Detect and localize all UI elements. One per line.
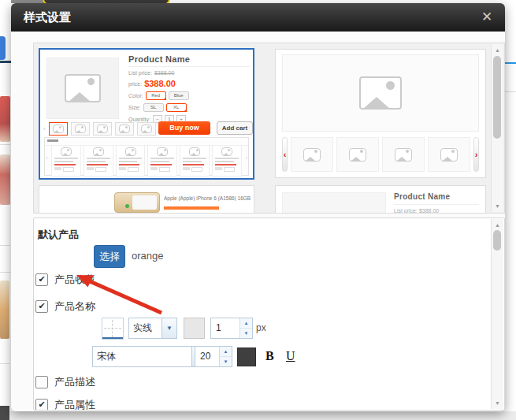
related-product-card[interactable] — [147, 145, 177, 177]
gallery-main-image-placeholder — [282, 54, 479, 132]
default-product-label: 默认产品 — [38, 228, 79, 242]
border-width-stepper[interactable]: 1 ▲ ▼ — [210, 318, 253, 339]
color-option-blue[interactable]: Blue — [169, 91, 189, 100]
px-unit-label: px — [256, 318, 266, 338]
related-qty-row — [54, 167, 78, 172]
gallery-thumbnail[interactable] — [336, 137, 379, 172]
list-price-label: List price: — [128, 70, 152, 76]
list-price-value: $388.00 — [154, 70, 174, 76]
gallery-thumbnail[interactable] — [382, 137, 425, 172]
product-name: Product Name — [128, 54, 250, 67]
related-product-card[interactable] — [84, 145, 113, 177]
detail-thumbnail[interactable] — [137, 122, 156, 136]
stepper-down-icon[interactable]: ▼ — [220, 357, 232, 366]
related-title-bar — [150, 161, 169, 162]
related-title-bar — [87, 158, 110, 159]
image-placeholder-icon — [75, 125, 86, 133]
add-cart-button[interactable]: Add cart — [217, 121, 253, 135]
choose-button[interactable]: 选择 — [94, 245, 125, 268]
stepper-up-icon[interactable]: ▲ — [220, 347, 232, 357]
image-placeholder-icon — [97, 125, 108, 133]
detail-thumbnail[interactable] — [49, 122, 68, 136]
related-price-bar — [215, 164, 236, 165]
border-side-picker[interactable] — [102, 318, 124, 340]
gallery-carousel: ‹ › — [282, 136, 479, 173]
buy-now-button[interactable]: Buy now — [158, 121, 210, 135]
size-option-sl[interactable]: SL — [143, 103, 164, 112]
thumb-prev-icon[interactable]: ‹ — [43, 125, 46, 132]
detail-thumbnail[interactable] — [93, 122, 112, 136]
related-card-list — [51, 145, 242, 173]
background-image-fragment — [0, 281, 9, 339]
scroll-up-icon[interactable]: ▲ — [492, 47, 503, 53]
related-next-icon[interactable]: › — [246, 155, 247, 161]
template-card-iphone[interactable]: Apple (Apple) iPhone 6 (A1586) 16GB deep — [39, 185, 254, 214]
related-product-card[interactable] — [116, 145, 146, 177]
screenshot-stage: 样式设置 ✕ Product Name List price: $388.00 … — [0, 0, 516, 420]
related-qty-input — [95, 167, 106, 172]
color-option-red[interactable]: Red — [146, 91, 166, 100]
related-qty-input — [128, 167, 139, 172]
border-style-select[interactable]: 实线 ▼ — [128, 318, 177, 339]
related-prev-icon[interactable]: ‹ — [46, 155, 47, 161]
border-color-swatch[interactable] — [184, 318, 205, 339]
related-product-card[interactable] — [51, 145, 81, 177]
preview-scrollbar[interactable]: ▲ ▼ — [491, 44, 503, 212]
font-size-stepper[interactable]: 20 ▲ ▼ — [195, 346, 232, 367]
font-family-select[interactable]: 宋体 ▼ — [92, 346, 207, 367]
font-size-value: 20 — [200, 347, 210, 366]
detail-thumbnail[interactable] — [71, 122, 90, 136]
border-style-value: 实线 — [133, 318, 152, 338]
detail-thumbnail[interactable] — [115, 122, 134, 136]
dialog-title: 样式设置 — [24, 3, 71, 32]
checkbox-row-name: ✔ 产品名称 — [35, 300, 95, 312]
stepper-down-icon[interactable]: ▼ — [240, 329, 252, 338]
image-placeholder-icon — [93, 147, 104, 156]
related-qty-input — [224, 167, 235, 172]
related-qty-row — [215, 167, 239, 172]
close-icon[interactable]: ✕ — [479, 9, 495, 25]
scroll-up-icon[interactable]: ▲ — [492, 222, 503, 228]
template-card-detail-selected[interactable]: Product Name List price: $388.00 price: … — [39, 48, 254, 180]
stepper-up-icon[interactable]: ▲ — [240, 318, 252, 329]
related-title-bar — [215, 158, 239, 159]
image-placeholder-icon — [125, 147, 136, 156]
thumbnail-strip: ‹ › — [43, 122, 161, 136]
font-style-row: 宋体 ▼ 20 ▲ ▼ B U — [34, 346, 488, 367]
font-color-swatch[interactable] — [237, 348, 256, 366]
scrollbar-thumb[interactable] — [493, 230, 501, 251]
checkbox-label: 产品描述 — [54, 375, 95, 389]
dialog-header[interactable]: 样式设置 ✕ — [11, 3, 505, 32]
related-title-bar — [119, 158, 143, 159]
product-name-checkbox[interactable]: ✔ — [35, 300, 48, 313]
related-price-bar — [119, 164, 140, 165]
checkbox-row-description: 产品描述 — [35, 376, 95, 388]
related-products-strip: ‹ › — [44, 137, 249, 176]
gallery-thumbnail[interactable] — [291, 137, 333, 172]
related-qty-label — [87, 167, 94, 170]
carousel-prev-button[interactable]: ‹ — [282, 137, 288, 172]
template-card-detail-2[interactable]: Product Name List price: $388.00 — [275, 185, 486, 214]
settings-scrollbar[interactable]: ▲ ▼ — [491, 219, 503, 409]
background-divider — [505, 91, 516, 92]
underline-toggle[interactable]: U — [286, 346, 295, 366]
product-attributes-checkbox[interactable]: ✔ — [35, 399, 48, 411]
price-value: $388.00 — [144, 79, 176, 88]
product-favorite-checkbox[interactable]: ✔ — [35, 273, 48, 286]
related-product-card[interactable] — [180, 145, 210, 177]
related-product-card[interactable] — [212, 145, 242, 177]
gallery-thumbnail[interactable] — [428, 137, 470, 172]
template-card-gallery[interactable]: ‹ › — [275, 49, 486, 178]
price-row: price: $388.00 — [128, 79, 250, 88]
size-option-xl[interactable]: XL — [166, 103, 187, 112]
scroll-down-icon[interactable]: ▼ — [492, 203, 503, 209]
image-placeholder-icon — [359, 76, 402, 110]
bold-toggle[interactable]: B — [265, 346, 274, 366]
chevron-down-icon[interactable]: ▼ — [161, 318, 176, 338]
scrollbar-thumb[interactable] — [493, 56, 501, 139]
carousel-next-button[interactable]: › — [473, 137, 479, 172]
related-price-bar — [183, 164, 204, 165]
product-description-checkbox[interactable] — [35, 376, 48, 388]
related-title-bar — [54, 161, 73, 162]
scroll-down-icon[interactable]: ▼ — [492, 400, 503, 406]
